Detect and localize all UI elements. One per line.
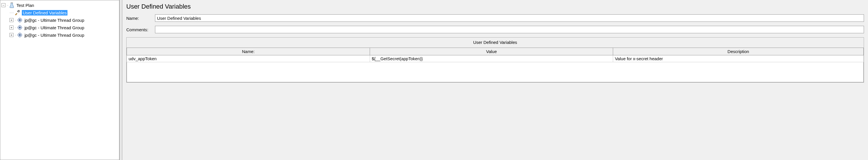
variables-table: Name: Value Description udv_appToken ${_… — [127, 47, 864, 62]
tree-node-label: jp@gc - Ultimate Thread Group — [24, 33, 84, 38]
cell-description[interactable]: Value for x-secret header — [613, 55, 864, 62]
details-panel: User Defined Variables Name: Comments: U… — [122, 0, 868, 160]
svg-point-3 — [19, 19, 21, 21]
tree-node-thread-group-3[interactable]: + ·· jp@gc - Ultimate Thread Group — [0, 31, 119, 39]
tree-connector: ·· — [14, 33, 17, 37]
cell-value[interactable]: ${__GetSecret(appToken)} — [370, 55, 613, 62]
svg-point-5 — [19, 27, 21, 28]
column-header-name[interactable]: Name: — [127, 48, 370, 55]
comments-row: Comments: — [126, 26, 864, 33]
table-header-row: Name: Value Description — [127, 48, 864, 55]
expand-icon[interactable]: + — [9, 33, 13, 37]
comments-input[interactable] — [155, 26, 864, 33]
cell-name[interactable]: udv_appToken — [127, 55, 370, 62]
tree-node-thread-group-2[interactable]: + ·· jp@gc - Ultimate Thread Group — [0, 24, 119, 31]
tree-node-root[interactable]: − ·· Test Plan — [0, 1, 119, 9]
name-input[interactable] — [155, 14, 864, 22]
svg-point-7 — [19, 34, 21, 36]
tree-root-label: Test Plan — [17, 3, 34, 8]
column-header-description[interactable]: Description — [613, 48, 864, 55]
svg-rect-0 — [11, 3, 13, 3]
table-empty-area[interactable] — [127, 62, 864, 82]
tree-connector: ·· — [14, 26, 17, 29]
tools-icon — [14, 10, 20, 15]
gear-icon — [17, 25, 23, 30]
tree-node-label: User Defined Variables — [22, 10, 67, 15]
table-title: User Defined Variables — [127, 38, 864, 47]
tree-node-label: jp@gc - Ultimate Thread Group — [24, 25, 84, 30]
tree-connector: ·· — [7, 3, 8, 7]
panel-divider[interactable] — [119, 0, 122, 160]
name-label: Name: — [126, 16, 155, 21]
tree-panel: − ·· Test Plan ····· User Defined Variab… — [0, 0, 119, 160]
tree-connector: ····· — [9, 11, 14, 14]
variables-section: User Defined Variables Name: Value Descr… — [126, 37, 864, 83]
flask-icon — [9, 2, 14, 8]
column-header-value[interactable]: Value — [370, 48, 613, 55]
tree-node-label: jp@gc - Ultimate Thread Group — [24, 18, 84, 23]
page-title: User Defined Variables — [126, 3, 864, 10]
comments-label: Comments: — [126, 27, 155, 32]
tree-node-thread-group-1[interactable]: + ·· jp@gc - Ultimate Thread Group — [0, 17, 119, 24]
expand-icon[interactable]: + — [9, 18, 13, 22]
name-row: Name: — [126, 14, 864, 22]
collapse-icon[interactable]: − — [1, 3, 5, 7]
tree-node-udv[interactable]: ····· User Defined Variables — [0, 9, 119, 17]
tree-connector: ·· — [14, 18, 17, 22]
table-row[interactable]: udv_appToken ${__GetSecret(appToken)} Va… — [127, 55, 864, 62]
gear-icon — [17, 17, 23, 23]
expand-icon[interactable]: + — [9, 26, 13, 30]
gear-icon — [17, 32, 23, 38]
